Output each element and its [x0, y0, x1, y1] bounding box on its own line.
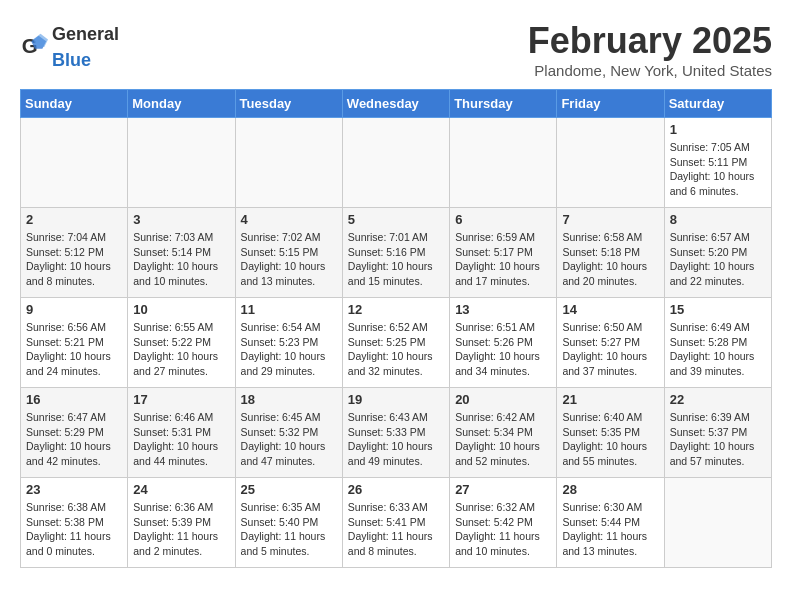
cell-daylight-info: Sunrise: 6:46 AM Sunset: 5:31 PM Dayligh…	[133, 410, 229, 469]
cell-daylight-info: Sunrise: 6:33 AM Sunset: 5:41 PM Dayligh…	[348, 500, 444, 559]
day-number: 6	[455, 212, 551, 227]
logo-general-text: General	[52, 24, 119, 44]
cell-daylight-info: Sunrise: 6:49 AM Sunset: 5:28 PM Dayligh…	[670, 320, 766, 379]
calendar-cell: 1Sunrise: 7:05 AM Sunset: 5:11 PM Daylig…	[664, 118, 771, 208]
day-number: 4	[241, 212, 337, 227]
calendar-cell: 24Sunrise: 6:36 AM Sunset: 5:39 PM Dayli…	[128, 478, 235, 568]
cell-daylight-info: Sunrise: 6:55 AM Sunset: 5:22 PM Dayligh…	[133, 320, 229, 379]
cell-daylight-info: Sunrise: 6:54 AM Sunset: 5:23 PM Dayligh…	[241, 320, 337, 379]
logo: G General Blue	[20, 20, 119, 72]
day-number: 16	[26, 392, 122, 407]
calendar-week-row: 23Sunrise: 6:38 AM Sunset: 5:38 PM Dayli…	[21, 478, 772, 568]
cell-daylight-info: Sunrise: 6:59 AM Sunset: 5:17 PM Dayligh…	[455, 230, 551, 289]
month-title: February 2025	[528, 20, 772, 62]
calendar-cell: 12Sunrise: 6:52 AM Sunset: 5:25 PM Dayli…	[342, 298, 449, 388]
cell-daylight-info: Sunrise: 6:57 AM Sunset: 5:20 PM Dayligh…	[670, 230, 766, 289]
calendar-cell	[557, 118, 664, 208]
calendar-cell	[21, 118, 128, 208]
calendar-cell: 13Sunrise: 6:51 AM Sunset: 5:26 PM Dayli…	[450, 298, 557, 388]
column-header-monday: Monday	[128, 90, 235, 118]
calendar-cell: 17Sunrise: 6:46 AM Sunset: 5:31 PM Dayli…	[128, 388, 235, 478]
cell-daylight-info: Sunrise: 7:03 AM Sunset: 5:14 PM Dayligh…	[133, 230, 229, 289]
column-header-thursday: Thursday	[450, 90, 557, 118]
calendar-week-row: 1Sunrise: 7:05 AM Sunset: 5:11 PM Daylig…	[21, 118, 772, 208]
calendar-cell: 6Sunrise: 6:59 AM Sunset: 5:17 PM Daylig…	[450, 208, 557, 298]
day-number: 8	[670, 212, 766, 227]
calendar-cell	[664, 478, 771, 568]
calendar-cell: 19Sunrise: 6:43 AM Sunset: 5:33 PM Dayli…	[342, 388, 449, 478]
calendar-cell: 23Sunrise: 6:38 AM Sunset: 5:38 PM Dayli…	[21, 478, 128, 568]
cell-daylight-info: Sunrise: 6:39 AM Sunset: 5:37 PM Dayligh…	[670, 410, 766, 469]
day-number: 14	[562, 302, 658, 317]
day-number: 7	[562, 212, 658, 227]
calendar-cell: 14Sunrise: 6:50 AM Sunset: 5:27 PM Dayli…	[557, 298, 664, 388]
day-number: 24	[133, 482, 229, 497]
day-number: 28	[562, 482, 658, 497]
column-header-friday: Friday	[557, 90, 664, 118]
calendar-week-row: 16Sunrise: 6:47 AM Sunset: 5:29 PM Dayli…	[21, 388, 772, 478]
calendar-cell: 8Sunrise: 6:57 AM Sunset: 5:20 PM Daylig…	[664, 208, 771, 298]
calendar-cell: 26Sunrise: 6:33 AM Sunset: 5:41 PM Dayli…	[342, 478, 449, 568]
logo-blue-text: Blue	[52, 50, 91, 70]
day-number: 9	[26, 302, 122, 317]
column-header-saturday: Saturday	[664, 90, 771, 118]
cell-daylight-info: Sunrise: 7:01 AM Sunset: 5:16 PM Dayligh…	[348, 230, 444, 289]
page-header: G General Blue February 2025 Plandome, N…	[20, 20, 772, 79]
calendar-week-row: 9Sunrise: 6:56 AM Sunset: 5:21 PM Daylig…	[21, 298, 772, 388]
calendar-cell: 15Sunrise: 6:49 AM Sunset: 5:28 PM Dayli…	[664, 298, 771, 388]
calendar-cell: 9Sunrise: 6:56 AM Sunset: 5:21 PM Daylig…	[21, 298, 128, 388]
cell-daylight-info: Sunrise: 6:58 AM Sunset: 5:18 PM Dayligh…	[562, 230, 658, 289]
day-number: 11	[241, 302, 337, 317]
column-header-wednesday: Wednesday	[342, 90, 449, 118]
cell-daylight-info: Sunrise: 6:32 AM Sunset: 5:42 PM Dayligh…	[455, 500, 551, 559]
calendar-cell: 28Sunrise: 6:30 AM Sunset: 5:44 PM Dayli…	[557, 478, 664, 568]
day-number: 5	[348, 212, 444, 227]
day-number: 1	[670, 122, 766, 137]
calendar-cell: 22Sunrise: 6:39 AM Sunset: 5:37 PM Dayli…	[664, 388, 771, 478]
calendar-cell: 7Sunrise: 6:58 AM Sunset: 5:18 PM Daylig…	[557, 208, 664, 298]
day-number: 13	[455, 302, 551, 317]
cell-daylight-info: Sunrise: 6:38 AM Sunset: 5:38 PM Dayligh…	[26, 500, 122, 559]
cell-daylight-info: Sunrise: 6:42 AM Sunset: 5:34 PM Dayligh…	[455, 410, 551, 469]
day-number: 10	[133, 302, 229, 317]
calendar-header-row: SundayMondayTuesdayWednesdayThursdayFrid…	[21, 90, 772, 118]
day-number: 22	[670, 392, 766, 407]
day-number: 25	[241, 482, 337, 497]
cell-daylight-info: Sunrise: 6:52 AM Sunset: 5:25 PM Dayligh…	[348, 320, 444, 379]
calendar-cell: 20Sunrise: 6:42 AM Sunset: 5:34 PM Dayli…	[450, 388, 557, 478]
cell-daylight-info: Sunrise: 7:02 AM Sunset: 5:15 PM Dayligh…	[241, 230, 337, 289]
logo-icon: G	[20, 32, 48, 60]
calendar-cell: 16Sunrise: 6:47 AM Sunset: 5:29 PM Dayli…	[21, 388, 128, 478]
day-number: 17	[133, 392, 229, 407]
calendar-week-row: 2Sunrise: 7:04 AM Sunset: 5:12 PM Daylig…	[21, 208, 772, 298]
cell-daylight-info: Sunrise: 6:50 AM Sunset: 5:27 PM Dayligh…	[562, 320, 658, 379]
calendar-cell: 21Sunrise: 6:40 AM Sunset: 5:35 PM Dayli…	[557, 388, 664, 478]
column-header-tuesday: Tuesday	[235, 90, 342, 118]
cell-daylight-info: Sunrise: 6:47 AM Sunset: 5:29 PM Dayligh…	[26, 410, 122, 469]
day-number: 18	[241, 392, 337, 407]
calendar-cell: 25Sunrise: 6:35 AM Sunset: 5:40 PM Dayli…	[235, 478, 342, 568]
cell-daylight-info: Sunrise: 6:40 AM Sunset: 5:35 PM Dayligh…	[562, 410, 658, 469]
calendar-cell: 18Sunrise: 6:45 AM Sunset: 5:32 PM Dayli…	[235, 388, 342, 478]
day-number: 15	[670, 302, 766, 317]
day-number: 19	[348, 392, 444, 407]
cell-daylight-info: Sunrise: 7:04 AM Sunset: 5:12 PM Dayligh…	[26, 230, 122, 289]
calendar-cell	[235, 118, 342, 208]
calendar-table: SundayMondayTuesdayWednesdayThursdayFrid…	[20, 89, 772, 568]
calendar-cell: 5Sunrise: 7:01 AM Sunset: 5:16 PM Daylig…	[342, 208, 449, 298]
day-number: 2	[26, 212, 122, 227]
cell-daylight-info: Sunrise: 6:36 AM Sunset: 5:39 PM Dayligh…	[133, 500, 229, 559]
cell-daylight-info: Sunrise: 6:56 AM Sunset: 5:21 PM Dayligh…	[26, 320, 122, 379]
calendar-cell	[342, 118, 449, 208]
cell-daylight-info: Sunrise: 6:51 AM Sunset: 5:26 PM Dayligh…	[455, 320, 551, 379]
column-header-sunday: Sunday	[21, 90, 128, 118]
day-number: 21	[562, 392, 658, 407]
cell-daylight-info: Sunrise: 7:05 AM Sunset: 5:11 PM Dayligh…	[670, 140, 766, 199]
calendar-cell: 3Sunrise: 7:03 AM Sunset: 5:14 PM Daylig…	[128, 208, 235, 298]
cell-daylight-info: Sunrise: 6:30 AM Sunset: 5:44 PM Dayligh…	[562, 500, 658, 559]
day-number: 12	[348, 302, 444, 317]
day-number: 3	[133, 212, 229, 227]
calendar-cell: 10Sunrise: 6:55 AM Sunset: 5:22 PM Dayli…	[128, 298, 235, 388]
calendar-cell: 11Sunrise: 6:54 AM Sunset: 5:23 PM Dayli…	[235, 298, 342, 388]
calendar-cell: 4Sunrise: 7:02 AM Sunset: 5:15 PM Daylig…	[235, 208, 342, 298]
